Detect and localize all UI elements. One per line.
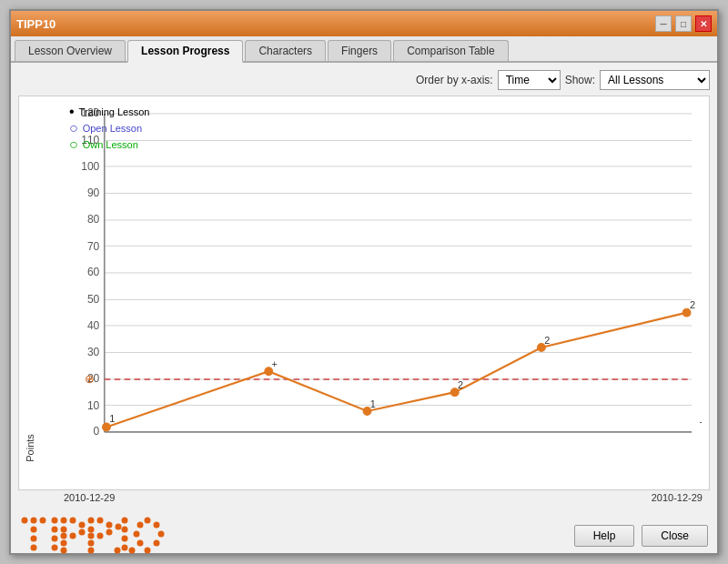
order-label: Order by x-axis: xyxy=(416,74,493,86)
svg-text:10: 10 xyxy=(87,399,100,412)
svg-point-71 xyxy=(122,517,128,523)
svg-text:0: 0 xyxy=(94,425,100,438)
svg-point-62 xyxy=(88,517,95,523)
svg-point-51 xyxy=(52,535,58,541)
svg-point-78 xyxy=(137,521,144,528)
legend-training-label: Training Lesson xyxy=(79,104,150,120)
svg-point-54 xyxy=(70,517,76,523)
svg-point-82 xyxy=(154,539,160,546)
svg-point-57 xyxy=(70,532,76,539)
svg-point-43 xyxy=(22,517,28,523)
svg-point-53 xyxy=(61,517,67,523)
svg-text:40: 40 xyxy=(87,319,100,332)
content-area: Order by x-axis: Time Lesson Show: All L… xyxy=(11,63,717,510)
svg-text:+: + xyxy=(272,358,278,369)
svg-point-72 xyxy=(122,526,128,532)
tab-lesson-overview[interactable]: Lesson Overview xyxy=(15,40,126,61)
svg-point-79 xyxy=(145,517,151,523)
svg-point-81 xyxy=(158,530,165,537)
chart-area: Points • Training Lesson ○ Open Lesson ○… xyxy=(18,96,710,490)
y-axis-label: Points xyxy=(25,96,35,462)
svg-text:⊕: ⊕ xyxy=(85,372,95,386)
legend-open: ○ Open Lesson xyxy=(69,120,149,136)
svg-point-63 xyxy=(97,517,104,523)
svg-point-61 xyxy=(61,547,67,553)
legend-open-label: Open Lesson xyxy=(83,120,142,136)
svg-point-45 xyxy=(40,517,46,523)
svg-point-66 xyxy=(97,532,104,539)
svg-point-49 xyxy=(52,517,58,523)
minimize-button[interactable]: ─ xyxy=(655,15,672,32)
maximize-button[interactable]: □ xyxy=(675,15,692,32)
svg-text:90: 90 xyxy=(87,186,100,199)
legend-own-label: Own Lesson xyxy=(83,136,138,153)
svg-point-85 xyxy=(134,530,140,537)
svg-text:70: 70 xyxy=(87,240,100,253)
svg-point-76 xyxy=(115,547,121,553)
legend-training: • Training Lesson xyxy=(69,104,149,120)
x-axis-end-date: 2010-12-29 xyxy=(652,492,703,503)
close-button[interactable]: ✕ xyxy=(695,15,712,32)
svg-point-31 xyxy=(103,423,111,431)
svg-point-84 xyxy=(137,539,144,546)
svg-point-83 xyxy=(145,547,151,553)
tab-bar: Lesson Overview Lesson Progress Characte… xyxy=(11,36,717,63)
tipp10-logo xyxy=(20,516,166,557)
chart-svg: 0 10 20 30 40 50 60 70 80 90 100 110 120 xyxy=(65,104,702,462)
controls-bar: Order by x-axis: Time Lesson Show: All L… xyxy=(18,70,710,90)
bottom-bar: Help Close xyxy=(11,510,717,560)
logo-area xyxy=(20,516,166,557)
svg-point-48 xyxy=(31,544,37,550)
svg-point-77 xyxy=(129,547,136,553)
svg-point-74 xyxy=(122,544,128,550)
svg-point-56 xyxy=(79,529,86,535)
window-controls: ─ □ ✕ xyxy=(655,15,712,32)
tab-lesson-progress[interactable]: Lesson Progress xyxy=(127,40,243,63)
svg-text:1: 1 xyxy=(370,398,376,409)
svg-point-67 xyxy=(88,526,95,532)
main-window: TIPP10 ─ □ ✕ Lesson Overview Lesson Prog… xyxy=(9,9,719,555)
svg-text:1: 1 xyxy=(109,413,115,424)
svg-point-58 xyxy=(61,526,67,532)
window-title: TIPP10 xyxy=(16,17,56,31)
show-label: Show: xyxy=(565,74,595,86)
svg-text:2: 2 xyxy=(544,335,550,346)
legend: • Training Lesson ○ Open Lesson ○ Own Le… xyxy=(69,104,149,153)
tab-fingers[interactable]: Fingers xyxy=(328,40,391,61)
order-select[interactable]: Time Lesson xyxy=(498,70,561,90)
x-axis-dates: 2010-12-29 2010-12-29 xyxy=(18,490,710,503)
legend-own: ○ Own Lesson xyxy=(69,136,149,153)
svg-point-65 xyxy=(106,529,113,535)
button-row: Help Close xyxy=(574,525,708,547)
svg-point-60 xyxy=(61,539,67,546)
tab-comparison-table[interactable]: Comparison Table xyxy=(393,40,509,61)
svg-point-52 xyxy=(52,544,58,550)
svg-text:100: 100 xyxy=(81,160,99,173)
svg-point-80 xyxy=(154,521,160,528)
svg-point-64 xyxy=(106,521,113,528)
svg-text:60: 60 xyxy=(87,266,100,278)
svg-text:2: 2 xyxy=(690,299,695,310)
svg-point-44 xyxy=(31,517,37,523)
svg-point-55 xyxy=(79,521,86,528)
svg-text:80: 80 xyxy=(87,213,100,226)
svg-point-70 xyxy=(88,547,95,553)
svg-point-73 xyxy=(122,535,128,541)
svg-text:50: 50 xyxy=(87,293,100,306)
svg-point-47 xyxy=(31,535,37,541)
svg-point-75 xyxy=(116,523,122,529)
x-axis-start-date: 2010-12-29 xyxy=(64,492,115,503)
svg-point-50 xyxy=(52,526,58,532)
title-bar: TIPP10 ─ □ ✕ xyxy=(11,11,717,36)
show-select[interactable]: All Lessons Training Lessons xyxy=(600,70,710,90)
help-button[interactable]: Help xyxy=(574,525,635,547)
svg-text:2: 2 xyxy=(458,379,463,390)
close-button-main[interactable]: Close xyxy=(642,525,708,547)
svg-point-59 xyxy=(61,532,67,539)
svg-text:30: 30 xyxy=(87,346,100,358)
tab-characters[interactable]: Characters xyxy=(245,40,326,61)
svg-point-68 xyxy=(88,532,95,539)
svg-text:Time: Time xyxy=(700,420,702,433)
svg-point-69 xyxy=(88,539,95,546)
svg-point-46 xyxy=(31,526,37,532)
